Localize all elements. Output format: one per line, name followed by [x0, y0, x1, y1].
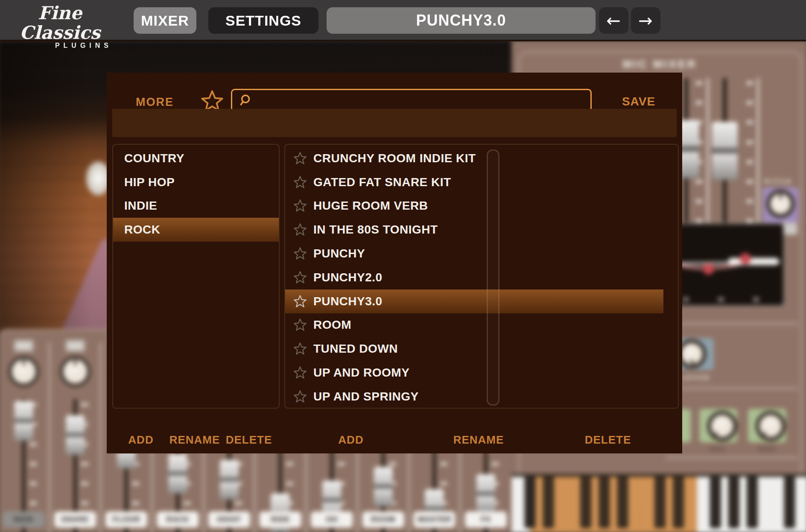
preset-star-icon[interactable] — [293, 270, 307, 285]
preset-item[interactable]: PUNCHY — [285, 242, 678, 266]
category-item[interactable]: COUNTRY — [113, 146, 279, 170]
piano-black-key[interactable] — [747, 476, 758, 528]
browser-subheader-band — [112, 109, 677, 137]
section-divider — [666, 387, 798, 389]
channel-button[interactable] — [65, 340, 85, 352]
settings-tab-button[interactable]: SETTINGS — [208, 7, 318, 34]
fader-cap[interactable] — [476, 474, 495, 513]
fader-cap[interactable] — [374, 467, 392, 506]
preset-delete-button[interactable]: DELETE — [585, 433, 631, 447]
category-add-button[interactable]: ADD — [128, 433, 153, 447]
preset-star-icon[interactable] — [293, 222, 307, 237]
fader-ticks — [747, 82, 753, 245]
previous-preset-button[interactable]: ← — [599, 7, 628, 34]
preset-star-icon[interactable] — [293, 389, 307, 404]
more-button[interactable]: MORE — [136, 96, 174, 109]
channel-button[interactable] — [14, 340, 33, 352]
preset-item[interactable]: CRUNCHY ROOM INDIE KIT — [285, 146, 678, 170]
section-divider — [666, 457, 798, 459]
channel-label-pill[interactable]: RIDE — [260, 512, 301, 528]
preset-item[interactable]: UP AND ROOMY — [285, 361, 678, 385]
preset-star-icon[interactable] — [293, 151, 307, 166]
channel-label-pill[interactable]: MASTER — [414, 512, 456, 528]
channel-label-pill[interactable]: SNARE — [54, 512, 96, 528]
pan-knob[interactable] — [60, 356, 91, 387]
preset-rename-button[interactable]: RENAME — [453, 433, 504, 447]
preset-item-label: GATED FAT SNARE KIT — [313, 175, 451, 189]
mixer-channel-strip: SNARE — [50, 330, 101, 532]
preset-item-label: PUNCHY — [313, 247, 365, 260]
pan-knob[interactable] — [8, 356, 39, 387]
mixer-channel-strip: KICK — [0, 330, 50, 532]
current-preset-display[interactable]: PUNCHY3.0 — [327, 7, 596, 34]
channel-label-pill[interactable]: HIHAT — [208, 512, 250, 528]
top-bar: Fine Classics PLUGINS MIXER SETTINGS PUN… — [0, 0, 806, 41]
piano-black-key[interactable] — [543, 476, 554, 528]
piano-keyboard[interactable] — [511, 474, 806, 532]
preset-star-icon[interactable] — [293, 342, 307, 356]
preset-star-icon[interactable] — [293, 199, 307, 213]
piano-black-key[interactable] — [580, 476, 591, 528]
fader-cap[interactable] — [14, 401, 33, 441]
preset-star-icon[interactable] — [293, 318, 307, 332]
section-divider — [666, 323, 798, 324]
piano-black-key[interactable] — [525, 476, 536, 528]
preset-star-icon[interactable] — [293, 246, 307, 261]
gen-label: GEN — [744, 445, 791, 452]
piano-black-key[interactable] — [617, 476, 628, 528]
preset-item-label: CRUNCHY ROOM INDIE KIT — [313, 152, 476, 165]
preset-star-icon[interactable] — [293, 294, 307, 309]
preset-item-label: HUGE ROOM VERB — [313, 199, 428, 213]
preset-item[interactable]: UP AND SPRINGY — [285, 385, 678, 409]
search-input[interactable] — [252, 94, 590, 108]
brand-logo-script: Fine Classics — [8, 3, 112, 43]
del-knob[interactable] — [707, 411, 737, 441]
mixer-tab-button[interactable]: MIXER — [134, 7, 196, 34]
channel-label-pill[interactable]: ROOM — [362, 512, 404, 528]
channel-label-pill[interactable]: FLOOR — [105, 512, 147, 528]
preset-item[interactable]: PUNCHY2.0 — [285, 266, 678, 289]
fader-cap[interactable] — [220, 460, 239, 499]
preset-item[interactable]: PUNCHY3.0 — [285, 289, 663, 313]
preset-item[interactable]: IN THE 80S TONIGHT — [285, 218, 678, 242]
piano-black-key[interactable] — [654, 476, 665, 528]
category-delete-button[interactable]: DELETE — [226, 433, 272, 447]
channel-label-pill[interactable]: KICK — [3, 512, 44, 528]
right-arrow-icon: → — [638, 11, 653, 30]
preset-item[interactable]: ROOM — [285, 313, 678, 337]
preset-item[interactable]: GATED FAT SNARE KIT — [285, 170, 678, 194]
piano-black-key[interactable] — [728, 476, 739, 528]
channel-label-pill[interactable]: OH — [311, 512, 353, 528]
mic-fader-cap[interactable] — [712, 122, 738, 180]
channel-label-pill[interactable]: FX — [465, 512, 507, 528]
category-item[interactable]: HIP HOP — [113, 170, 279, 194]
preset-scrollbar[interactable] — [487, 149, 499, 406]
fader-cap[interactable] — [66, 415, 85, 455]
piano-black-key[interactable] — [599, 476, 610, 528]
pitch-knob[interactable] — [766, 190, 794, 218]
category-item[interactable]: INDIE — [113, 194, 279, 218]
preset-item-label: IN THE 80S TONIGHT — [313, 223, 438, 237]
preset-item-label: UP AND SPRINGY — [313, 390, 419, 403]
search-icon — [237, 94, 252, 108]
piano-black-key[interactable] — [673, 476, 684, 528]
preset-item[interactable]: HUGE ROOM VERB — [285, 194, 678, 218]
preset-item-label: TUNED DOWN — [313, 342, 398, 356]
preset-add-button[interactable]: ADD — [338, 433, 363, 447]
category-rename-button[interactable]: RENAME — [169, 433, 220, 447]
brand-logo: Fine Classics PLUGINS — [8, 3, 112, 50]
eq-bypass-button[interactable] — [783, 222, 797, 234]
category-item[interactable]: ROCK — [113, 218, 279, 242]
piano-black-key[interactable] — [710, 476, 721, 528]
category-list: COUNTRYHIP HOPINDIEROCK — [112, 144, 280, 409]
channel-label-pill[interactable]: RACK — [157, 512, 199, 528]
del-label: DEL — [695, 445, 742, 452]
preset-star-icon[interactable] — [293, 365, 307, 380]
gen-knob[interactable] — [756, 411, 786, 441]
piano-black-key[interactable] — [784, 476, 795, 528]
preset-star-icon[interactable] — [293, 175, 307, 190]
preset-item[interactable]: TUNED DOWN — [285, 337, 678, 361]
fader-cap[interactable] — [168, 454, 187, 493]
preset-item-label: PUNCHY2.0 — [313, 271, 383, 284]
next-preset-button[interactable]: → — [631, 7, 660, 34]
